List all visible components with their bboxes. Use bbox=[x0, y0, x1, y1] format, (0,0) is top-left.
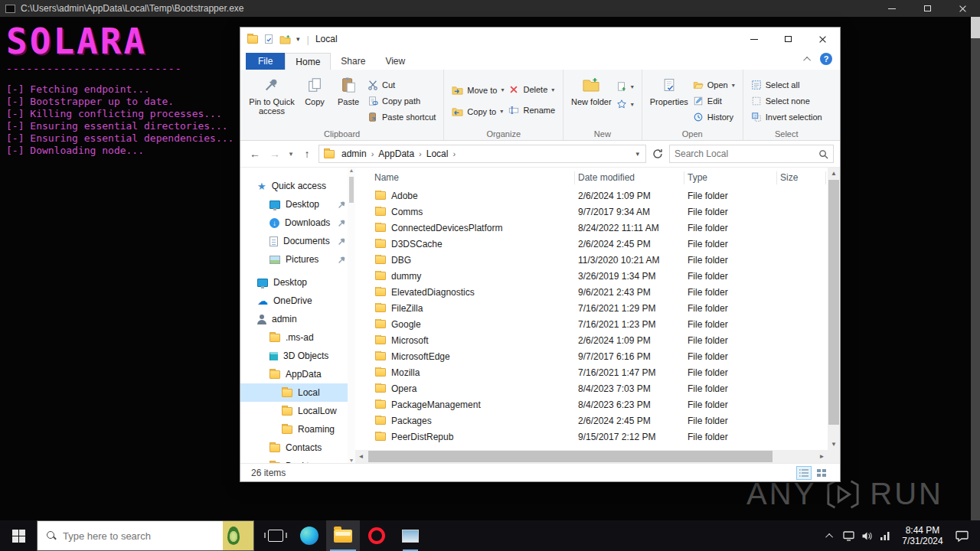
sidebar-item-downloads[interactable]: ↓Downloads bbox=[240, 214, 355, 232]
collapse-ribbon-icon[interactable] bbox=[803, 56, 811, 64]
scroll-up-icon[interactable]: ▲ bbox=[828, 168, 840, 179]
console-maximize-button[interactable] bbox=[910, 0, 945, 17]
sidebar-item-quick-access[interactable]: ★ Quick access bbox=[240, 177, 355, 195]
scroll-right-icon[interactable]: ► bbox=[816, 450, 828, 463]
taskbar-opera-button[interactable] bbox=[360, 520, 394, 551]
file-row[interactable]: D3DSCache2/6/2024 2:45 PMFile folder bbox=[355, 236, 840, 252]
console-minimize-button[interactable] bbox=[874, 0, 910, 17]
sidebar-item-3d-objects[interactable]: 3D Objects bbox=[240, 347, 355, 365]
file-row[interactable]: Microsoft2/6/2024 1:09 PMFile folder bbox=[355, 332, 840, 348]
file-row[interactable]: PackageManagement8/4/2023 6:23 PMFile fo… bbox=[355, 396, 840, 412]
select-all-button[interactable]: Select all bbox=[749, 80, 825, 90]
file-list-vertical-scrollbar[interactable]: ▲ ▼ bbox=[828, 168, 840, 450]
sidebar-item-desktop[interactable]: Desktop bbox=[240, 195, 355, 214]
tray-volume-button[interactable] bbox=[858, 520, 876, 551]
sidebar-item--ms-ad[interactable]: .ms-ad bbox=[240, 328, 355, 347]
taskbar-search-input[interactable] bbox=[63, 530, 216, 542]
sidebar-scrollbar-thumb[interactable] bbox=[349, 177, 354, 203]
copy-to-button[interactable]: Copy to ▾ bbox=[449, 106, 506, 117]
sidebar-item-onedrive[interactable]: ☁OneDrive bbox=[240, 292, 355, 310]
qat-new-folder-icon[interactable] bbox=[279, 34, 291, 44]
properties-button[interactable]: Properties bbox=[648, 72, 691, 109]
breadcrumb-item[interactable]: AppData bbox=[374, 148, 418, 159]
console-scrollbar-thumb[interactable] bbox=[971, 17, 980, 38]
console-title-bar[interactable]: C:\Users\admin\AppData\Local\Temp\Bootst… bbox=[0, 0, 980, 17]
file-row[interactable]: dummy3/26/2019 1:34 PMFile folder bbox=[355, 268, 840, 284]
sidebar-item-desktop[interactable]: Desktop bbox=[240, 457, 355, 463]
file-row[interactable]: Opera8/4/2023 7:03 PMFile folder bbox=[355, 380, 840, 396]
file-list-horizontal-scrollbar[interactable]: ◄ ► bbox=[355, 450, 828, 463]
sidebar-item-pictures[interactable]: Pictures bbox=[240, 250, 355, 269]
console-close-button[interactable] bbox=[945, 0, 980, 17]
help-icon[interactable]: ? bbox=[820, 53, 832, 65]
address-input[interactable]: admin›AppData›Local› ▾ bbox=[318, 145, 646, 163]
open-button[interactable]: Open ▾ bbox=[691, 80, 737, 90]
scroll-up-icon[interactable]: ▲ bbox=[349, 168, 354, 173]
large-icons-view-button[interactable] bbox=[814, 466, 829, 480]
taskbar-edge-button[interactable] bbox=[292, 520, 326, 551]
delete-button[interactable]: Delete ▾ bbox=[506, 84, 557, 95]
explorer-close-button[interactable] bbox=[805, 28, 840, 51]
explorer-search-box[interactable] bbox=[669, 145, 834, 163]
scroll-down-icon[interactable]: ▼ bbox=[828, 439, 840, 450]
file-row[interactable]: Mozilla7/16/2021 1:47 PMFile folder bbox=[355, 364, 840, 380]
action-center-button[interactable] bbox=[951, 520, 972, 551]
move-to-button[interactable]: Move to ▾ bbox=[449, 84, 506, 96]
rename-button[interactable]: Rename bbox=[506, 105, 557, 116]
task-view-button[interactable] bbox=[259, 520, 292, 551]
file-row[interactable]: ConnectedDevicesPlatform8/24/2022 11:11 … bbox=[355, 220, 840, 236]
file-row[interactable]: ElevatedDiagnostics9/6/2021 2:43 PMFile … bbox=[355, 284, 840, 300]
back-button[interactable]: ← bbox=[247, 148, 263, 160]
copy-path-button[interactable]: Copy path bbox=[365, 96, 438, 106]
console-scrollbar[interactable] bbox=[971, 17, 980, 520]
sidebar-item-admin[interactable]: admin bbox=[240, 310, 355, 328]
horizontal-scrollbar-thumb[interactable] bbox=[368, 451, 773, 462]
tab-home[interactable]: Home bbox=[285, 53, 331, 70]
file-row[interactable]: Comms9/7/2017 9:34 AMFile folder bbox=[355, 204, 840, 220]
invert-selection-button[interactable]: Invert selection bbox=[749, 112, 825, 122]
scroll-left-icon[interactable]: ◄ bbox=[355, 450, 367, 463]
select-none-button[interactable]: Select none bbox=[749, 96, 825, 106]
sidebar-item-appdata[interactable]: AppData bbox=[240, 365, 355, 383]
sidebar-item-local[interactable]: Local bbox=[240, 383, 355, 402]
search-highlight-image[interactable] bbox=[223, 521, 253, 550]
column-header-type[interactable]: Type bbox=[684, 171, 777, 184]
copy-button[interactable]: Copy bbox=[298, 72, 332, 109]
file-row[interactable]: Adobe2/6/2024 1:09 PMFile folder bbox=[355, 187, 840, 204]
forward-button[interactable]: → bbox=[266, 148, 283, 160]
breadcrumb-item[interactable]: Local bbox=[423, 148, 452, 159]
breadcrumb-item[interactable]: admin bbox=[338, 148, 371, 159]
file-row[interactable]: DBG11/3/2020 10:21 AMFile folder bbox=[355, 252, 840, 268]
qat-customize-caret-icon[interactable]: ▾ bbox=[296, 35, 300, 43]
recent-locations-caret-icon[interactable]: ▾ bbox=[286, 150, 296, 158]
tray-network-button[interactable] bbox=[876, 520, 894, 551]
file-row[interactable]: PeerDistRepub9/15/2017 2:12 PMFile folde… bbox=[355, 429, 840, 445]
paste-button[interactable]: Paste bbox=[332, 72, 365, 109]
tray-display-button[interactable] bbox=[839, 520, 858, 551]
file-row[interactable]: FileZilla7/16/2021 1:29 PMFile folder bbox=[355, 300, 840, 316]
file-row[interactable]: Packages2/6/2024 2:45 PMFile folder bbox=[355, 412, 840, 429]
sidebar-item-locallow[interactable]: LocalLow bbox=[240, 402, 355, 420]
easy-access-button[interactable]: ▾ bbox=[614, 99, 636, 109]
breadcrumb-separator-icon[interactable]: › bbox=[418, 149, 423, 158]
new-folder-button[interactable]: New folder bbox=[569, 72, 614, 109]
sidebar-scrollbar[interactable]: ▲ ▼ bbox=[348, 168, 355, 463]
start-button[interactable] bbox=[0, 520, 37, 551]
column-header-date-modified[interactable]: Date modified bbox=[575, 171, 684, 184]
edit-button[interactable]: Edit bbox=[691, 96, 737, 106]
breadcrumb-separator-icon[interactable]: › bbox=[452, 149, 456, 158]
address-dropdown-caret-icon[interactable]: ▾ bbox=[635, 150, 641, 158]
taskbar-clock[interactable]: 8:44 PM 7/31/2024 bbox=[894, 525, 951, 546]
file-row[interactable]: Google7/16/2021 1:23 PMFile folder bbox=[355, 316, 840, 332]
sidebar-item-desktop[interactable]: Desktop bbox=[240, 273, 355, 292]
explorer-title-bar[interactable]: ▾ | Local bbox=[240, 28, 840, 51]
tab-file[interactable]: File bbox=[246, 53, 285, 70]
taskbar-console-app-button[interactable] bbox=[394, 520, 427, 551]
column-header-size[interactable]: Size bbox=[777, 171, 826, 184]
qat-properties-icon[interactable] bbox=[263, 34, 274, 44]
scroll-down-icon[interactable]: ▼ bbox=[349, 458, 354, 463]
column-header-name[interactable]: Name bbox=[355, 171, 575, 184]
explorer-minimize-button[interactable] bbox=[737, 28, 771, 51]
file-row[interactable]: MicrosoftEdge9/7/2017 6:16 PMFile folder bbox=[355, 348, 840, 364]
details-view-button[interactable] bbox=[796, 466, 812, 480]
